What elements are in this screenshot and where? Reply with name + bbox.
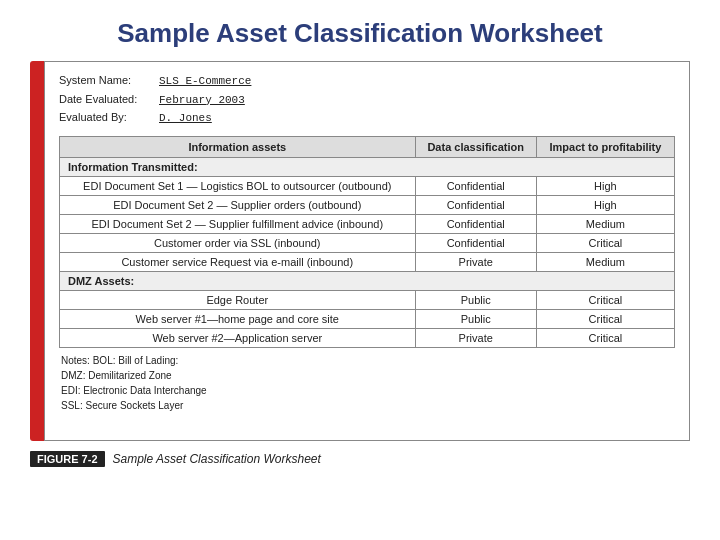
figure-caption-area: FIGURE 7-2 Sample Asset Classification W…	[0, 441, 720, 467]
col-header-impact: Impact to profitability	[536, 136, 674, 157]
note-line-1: Notes: BOL: Bill of Lading:	[61, 353, 675, 368]
date-label: Date Evaluated:	[59, 91, 159, 109]
table-row: EDI Document Set 1 — Logistics BOL to ou…	[60, 176, 675, 195]
section-header-info: Information Transmitted:	[60, 157, 675, 176]
red-tab	[30, 61, 44, 441]
figure-label: FIGURE 7-2	[30, 451, 105, 467]
worksheet-container: System Name: SLS E-Commerce Date Evaluat…	[44, 61, 690, 441]
notes-section: Notes: BOL: Bill of Lading: DMZ: Demilit…	[59, 353, 675, 413]
date-value: February 2003	[159, 92, 245, 110]
section-header-dmz: DMZ Assets:	[60, 271, 675, 290]
table-row: Web server #2—Application server Private…	[60, 328, 675, 347]
evaluated-label: Evaluated By:	[59, 109, 159, 127]
evaluated-value: D. Jones	[159, 110, 212, 128]
table-row: Customer order via SSL (inbound) Confide…	[60, 233, 675, 252]
table-row: Edge Router Public Critical	[60, 290, 675, 309]
table-row: EDI Document Set 2 — Supplier orders (ou…	[60, 195, 675, 214]
col-header-assets: Information assets	[60, 136, 416, 157]
note-line-4: SSL: Secure Sockets Layer	[61, 398, 675, 413]
system-name-value: SLS E-Commerce	[159, 73, 251, 91]
table-row: Web server #1—home page and core site Pu…	[60, 309, 675, 328]
page-title: Sample Asset Classification Worksheet	[0, 0, 720, 61]
note-line-2: DMZ: Demilitarized Zone	[61, 368, 675, 383]
note-line-3: EDI: Electronic Data Interchange	[61, 383, 675, 398]
figure-caption-text: Sample Asset Classification Worksheet	[113, 452, 321, 466]
col-header-classification: Data classification	[415, 136, 536, 157]
table-row: Customer service Request via e-maill (in…	[60, 252, 675, 271]
system-name-label: System Name:	[59, 72, 159, 90]
table-row: EDI Document Set 2 — Supplier fulfillmen…	[60, 214, 675, 233]
